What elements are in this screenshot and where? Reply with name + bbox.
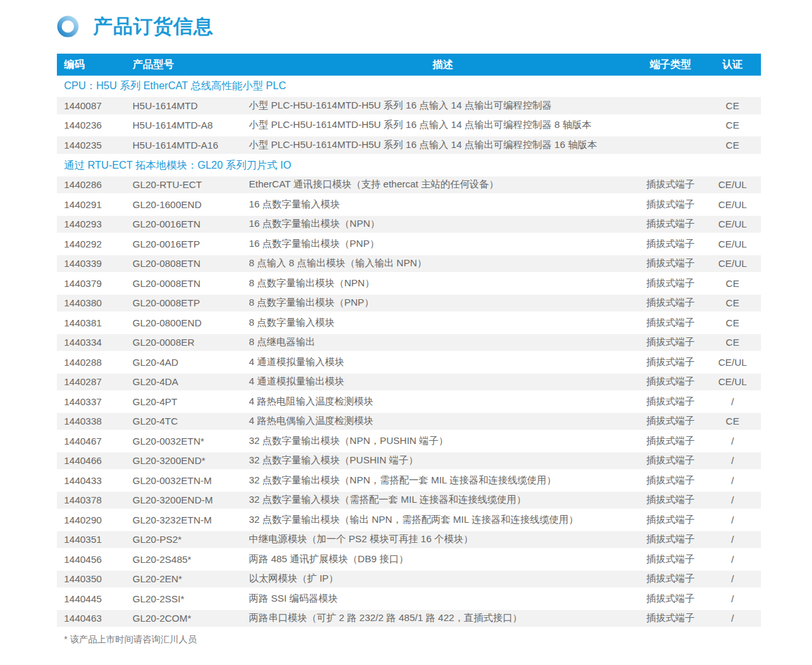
cell-cert: CE: [704, 337, 761, 348]
cell-code: 1440338: [57, 416, 133, 427]
cell-cert: CE: [704, 140, 761, 151]
cell-terminal: 插拔式端子: [637, 317, 704, 329]
cell-cert: CE: [704, 297, 761, 308]
cell-cert: /: [704, 396, 761, 407]
cell-model: GL20-RTU-ECT: [133, 179, 249, 190]
cell-desc: 32 点数字量输入模块（PUSHIN 端子）: [249, 454, 637, 467]
cell-model: GL20-2COM*: [133, 613, 249, 624]
table-row: 1440292GL20-0016ETP16 点数字量输出模块（PNP）插拔式端子…: [57, 234, 761, 254]
cell-code: 1440287: [57, 376, 133, 387]
cell-code: 1440290: [57, 514, 133, 525]
cell-desc: 8 点输入 8 点输出模块（输入输出 NPN）: [249, 257, 637, 269]
cell-cert: /: [704, 494, 761, 505]
table-row: 1440338GL20-4TC4 路热电偶输入温度检测模块插拔式端子CE: [57, 412, 761, 432]
cell-code: 1440235: [57, 140, 133, 151]
cell-code: 1440463: [57, 613, 133, 624]
table-row: 1440463GL20-2COM*两路串口模块（可扩 2 路 232/2 路 4…: [57, 609, 761, 629]
section-header: CPU：H5U 系列 EtherCAT 总线高性能小型 PLC: [57, 76, 761, 96]
cell-desc: 32 点数字量输入模块（需搭配一套 MIL 连接器和连接线缆使用）: [249, 494, 637, 506]
cell-terminal: 插拔式端子: [637, 612, 704, 624]
cell-model: GL20-3232ETN-M: [133, 514, 249, 525]
cell-terminal: 插拔式端子: [637, 297, 704, 309]
table-row: 1440381GL20-0800END8 点数字量输入模块插拔式端子CE: [57, 313, 761, 333]
cell-desc: 32 点数字量输出模块（NPN，PUSHIN 端子）: [249, 435, 637, 447]
cell-desc: 32 点数字量输出模块（NPN，需搭配一套 MIL 连接器和连接线缆使用）: [249, 474, 637, 487]
cell-code: 1440334: [57, 337, 133, 348]
table-row: 1440293GL20-0016ETN16 点数字量输出模块（NPN）插拔式端子…: [57, 215, 761, 235]
cell-model: GL20-4PT: [133, 396, 249, 407]
cell-cert: /: [704, 613, 761, 624]
cell-model: GL20-0008ETN: [133, 278, 249, 289]
cell-code: 1440381: [57, 317, 133, 328]
cell-code: 1440379: [57, 278, 133, 289]
table-row: 1440337GL20-4PT4 路热电阻输入温度检测模块插拔式端子/: [57, 392, 761, 412]
cell-cert: /: [704, 534, 761, 545]
cell-desc: 32 点数字量输出模块（输出 NPN，需搭配两套 MIL 连接器和连接线缆使用）: [249, 514, 637, 526]
cell-cert: /: [704, 436, 761, 447]
cell-terminal: 插拔式端子: [637, 553, 704, 565]
cell-model: GL20-0032ETN*: [133, 436, 249, 447]
cell-model: GL20-0016ETP: [133, 238, 249, 249]
cell-terminal: 插拔式端子: [637, 178, 704, 191]
table-row: 1440378GL20-3200END-M32 点数字量输入模块（需搭配一套 M…: [57, 491, 761, 511]
table-row: 1440290GL20-3232ETN-M32 点数字量输出模块（输出 NPN，…: [57, 510, 761, 530]
cell-model: GL20-3200END-M: [133, 494, 249, 505]
cell-desc: 两路 SSI 编码器模块: [249, 593, 637, 605]
cell-model: GL20-4TC: [133, 416, 249, 427]
cell-model: GL20-1600END: [133, 199, 249, 210]
section-header: 通过 RTU-ECT 拓本地模块：GL20 系列刀片式 IO: [57, 155, 761, 175]
table-row: 1440380GL20-0008ETP8 点数字量输出模块（PNP）插拔式端子C…: [57, 293, 761, 313]
cell-desc: 8 点数字量输入模块: [249, 317, 637, 329]
cell-desc: 8 点数字量输出模块（PNP）: [249, 297, 637, 309]
cell-code: 1440339: [57, 258, 133, 269]
cell-desc: 4 路热电阻输入温度检测模块: [249, 396, 637, 408]
col-header-desc: 描述: [249, 58, 637, 72]
cell-code: 1440288: [57, 357, 133, 368]
cell-terminal: 插拔式端子: [637, 415, 704, 427]
cell-desc: EtherCAT 通讯接口模块（支持 ethercat 主站的任何设备）: [249, 178, 637, 191]
table-row: 1440288GL20-4AD4 通道模拟量输入模块插拔式端子CE/UL: [57, 352, 761, 372]
table-row: 1440379GL20-0008ETN8 点数字量输出模块（NPN）插拔式端子C…: [57, 273, 761, 293]
cell-model: GL20-2S485*: [133, 554, 249, 565]
cell-model: GL20-0016ETN: [133, 218, 249, 229]
table-row: 1440235H5U-1614MTD-A16小型 PLC-H5U-1614MTD…: [57, 135, 761, 155]
cell-cert: /: [704, 554, 761, 565]
table-row: 1440287GL20-4DA4 通道模拟量输出模块插拔式端子CE/UL: [57, 372, 761, 392]
cell-desc: 4 通道模拟量输出模块: [249, 375, 637, 388]
cell-code: 1440456: [57, 554, 133, 565]
table-row: 1440286GL20-RTU-ECTEtherCAT 通讯接口模块（支持 et…: [57, 175, 761, 195]
cell-terminal: 插拔式端子: [637, 573, 704, 585]
cell-terminal: 插拔式端子: [637, 494, 704, 506]
cell-terminal: 插拔式端子: [637, 238, 704, 250]
cell-model: GL20-0032ETN-M: [133, 475, 249, 486]
cell-model: GL20-2SSI*: [133, 593, 249, 604]
table-row: 1440351GL20-PS2*中继电源模块（加一个 PS2 模块可再挂 16 …: [57, 530, 761, 550]
order-table: 编码 产品型号 描述 端子类型 认证 CPU：H5U 系列 EtherCAT 总…: [57, 54, 761, 628]
cell-cert: /: [704, 514, 761, 525]
cell-cert: CE/UL: [704, 238, 761, 249]
page: 产品订货信息 编码 产品型号 描述 端子类型 认证 CPU：H5U 系列 Eth…: [57, 0, 761, 646]
table-row: 1440334GL20-0008ER8 点继电器输出插拔式端子CE: [57, 333, 761, 353]
cell-model: H5U-1614MTD: [133, 100, 249, 111]
cell-cert: CE: [704, 100, 761, 111]
cell-model: GL20-4DA: [133, 376, 249, 387]
cell-cert: CE/UL: [704, 199, 761, 210]
page-header: 产品订货信息: [57, 0, 761, 37]
col-header-terminal: 端子类型: [637, 58, 704, 72]
cell-desc: 中继电源模块（加一个 PS2 模块可再挂 16 个模块）: [249, 533, 637, 545]
cell-desc: 16 点数字量输出模块（NPN）: [249, 218, 637, 230]
cell-code: 1440351: [57, 534, 133, 545]
cell-terminal: 插拔式端子: [637, 514, 704, 526]
cell-cert: /: [704, 593, 761, 604]
cell-desc: 4 路热电偶输入温度检测模块: [249, 415, 637, 427]
cell-desc: 两路串口模块（可扩 2 路 232/2 路 485/1 路 422，直插式接口）: [249, 612, 637, 624]
cell-terminal: 插拔式端子: [637, 593, 704, 605]
cell-desc: 以太网模块（扩 IP）: [249, 573, 637, 585]
cell-terminal: 插拔式端子: [637, 356, 704, 368]
cell-model: H5U-1614MTD-A8: [133, 120, 249, 131]
cell-code: 1440350: [57, 573, 133, 584]
cell-terminal: 插拔式端子: [637, 257, 704, 269]
table-row: 1440445GL20-2SSI*两路 SSI 编码器模块插拔式端子/: [57, 589, 761, 609]
cell-model: GL20-4AD: [133, 357, 249, 368]
cell-model: GL20-PS2*: [133, 534, 249, 545]
